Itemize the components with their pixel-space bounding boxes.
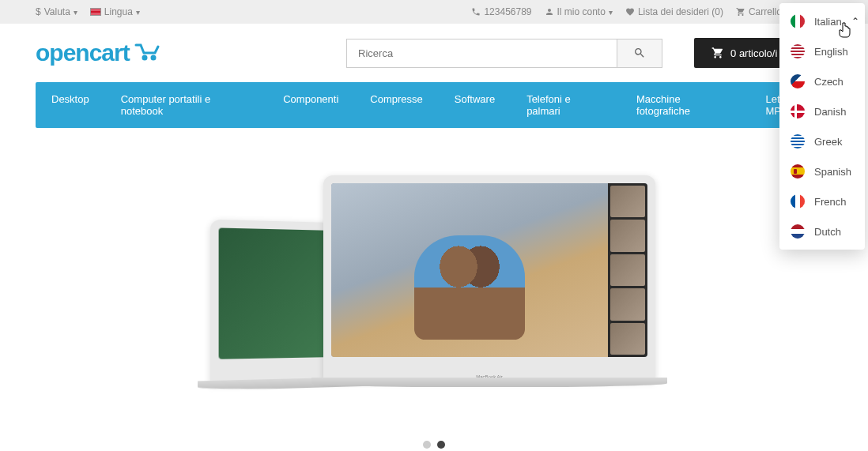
- currency-selector[interactable]: $ Valuta ▾: [36, 6, 77, 17]
- lang-item-italian[interactable]: Italian ⌃: [779, 6, 865, 36]
- currency-label: Valuta: [44, 6, 70, 17]
- nav-item-desktop[interactable]: Desktop: [36, 82, 105, 128]
- language-dropdown: Italian ⌃ English Czech Danish Greek Spa…: [779, 3, 865, 250]
- nav-item-tablets[interactable]: Compresse: [354, 82, 438, 128]
- flag-fr-icon: [791, 194, 805, 209]
- thumbnail: [610, 220, 645, 251]
- lang-item-dutch[interactable]: Dutch: [779, 216, 865, 246]
- svg-point-1: [152, 56, 155, 59]
- lang-item-french[interactable]: French: [779, 186, 865, 216]
- thumbnail: [610, 323, 645, 355]
- nav-item-laptops[interactable]: Computer portatili e notebook: [105, 82, 268, 128]
- top-bar: $ Valuta ▾ Lingua ▾ 123456789 Il mio con…: [0, 0, 868, 24]
- lang-item-danish[interactable]: Danish: [779, 96, 865, 126]
- lang-label: Italian: [814, 16, 842, 28]
- search-form: [346, 39, 662, 68]
- flag-cz-icon: [791, 74, 805, 88]
- search-input[interactable]: [346, 39, 617, 68]
- lang-label: English: [814, 46, 848, 58]
- laptop-front: MacBook Air: [323, 175, 655, 381]
- phone-number: 123456789: [484, 6, 531, 17]
- dollar-icon: $: [36, 6, 41, 17]
- nav-item-software[interactable]: Software: [439, 82, 511, 128]
- laptop-front-screen: [331, 183, 647, 357]
- lang-label: French: [814, 196, 846, 208]
- logo[interactable]: opencart: [36, 39, 161, 66]
- cart-icon: [711, 47, 724, 59]
- flag-gb-icon: [90, 8, 101, 16]
- phone-icon: [471, 7, 481, 17]
- hero-banner: MacBook Air: [36, 144, 832, 428]
- flag-en-icon: [791, 44, 805, 58]
- wishlist-label: Lista dei desideri (0): [638, 6, 723, 17]
- phone-link[interactable]: 123456789: [471, 6, 531, 17]
- search-icon: [633, 47, 646, 59]
- account-label: Il mio conto: [557, 6, 606, 17]
- caret-down-icon: ▾: [136, 8, 140, 17]
- wishlist-link[interactable]: Lista dei desideri (0): [625, 6, 723, 17]
- nav-item-phones[interactable]: Telefoni e palmari: [511, 82, 621, 128]
- lang-label: Dutch: [814, 226, 841, 238]
- lang-item-spanish[interactable]: Spanish: [779, 156, 865, 186]
- nav-item-components[interactable]: Componenti: [267, 82, 354, 128]
- laptop-base: [311, 378, 667, 387]
- flag-it-icon: [791, 14, 805, 28]
- lang-item-czech[interactable]: Czech: [779, 66, 865, 96]
- main-nav: Desktop Computer portatili e notebook Co…: [36, 82, 832, 128]
- photo-area: [331, 183, 608, 357]
- thumbnail: [610, 254, 645, 286]
- flag-dk-icon: [791, 104, 805, 118]
- lang-item-greek[interactable]: Greek: [779, 126, 865, 156]
- topbar-right: 123456789 Il mio conto ▾ Lista dei desid…: [471, 6, 832, 17]
- cart-icon: [736, 7, 745, 17]
- nav-item-cameras[interactable]: Macchine fotografiche: [621, 82, 749, 128]
- lang-label: Greek: [814, 136, 842, 148]
- topbar-left: $ Valuta ▾ Lingua ▾: [36, 6, 140, 17]
- lang-label: Danish: [814, 106, 846, 118]
- user-icon: [545, 7, 554, 17]
- caret-down-icon: ▾: [609, 8, 613, 17]
- heart-icon: [625, 7, 635, 17]
- thumbnail-strip: [608, 183, 647, 357]
- chevron-up-icon: ⌃: [851, 16, 859, 27]
- language-label: Lingua: [104, 6, 133, 17]
- logo-text: opencart: [36, 39, 130, 66]
- nav-list: Desktop Computer portatili e notebook Co…: [36, 82, 832, 128]
- thumbnail: [610, 288, 645, 320]
- lang-item-english[interactable]: English: [779, 36, 865, 66]
- lang-label: Czech: [814, 76, 843, 88]
- caret-down-icon: ▾: [74, 8, 77, 17]
- thumbnail: [610, 186, 645, 217]
- search-button[interactable]: [617, 39, 662, 68]
- language-selector[interactable]: Lingua ▾: [90, 6, 140, 17]
- flag-es-icon: [791, 164, 805, 179]
- svg-point-0: [143, 56, 146, 59]
- carousel-dot-1[interactable]: [423, 441, 431, 449]
- hero-image: MacBook Air: [197, 160, 671, 412]
- photo-couple: [414, 235, 525, 340]
- account-link[interactable]: Il mio conto ▾: [545, 6, 613, 17]
- carousel-dot-2[interactable]: [437, 441, 445, 449]
- lang-label: Spanish: [814, 166, 851, 178]
- carousel-dots: [0, 428, 868, 451]
- header: opencart 0 articolo/i - $ 0,00: [0, 24, 868, 82]
- flag-gr-icon: [791, 134, 805, 148]
- flag-nl-icon: [791, 224, 805, 239]
- logo-cart-icon: [134, 39, 161, 66]
